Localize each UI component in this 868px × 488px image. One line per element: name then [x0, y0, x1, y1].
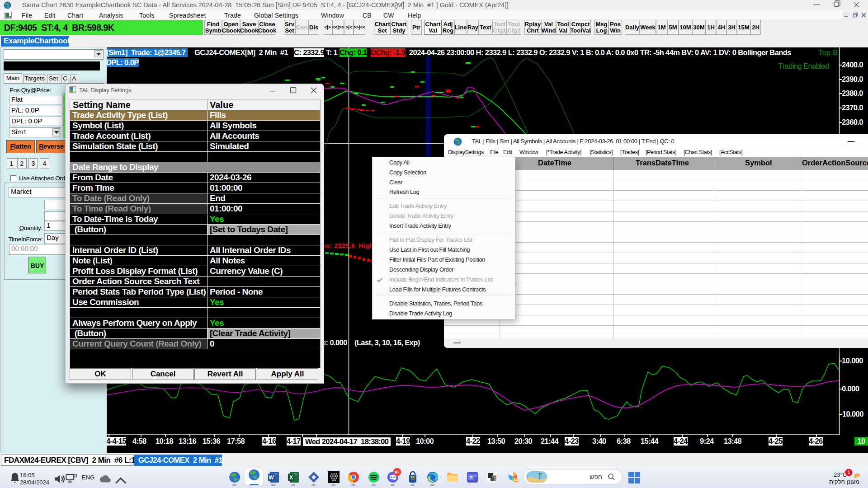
svg-text:9+: 9+: [395, 469, 400, 474]
svg-text:W: W: [269, 474, 274, 481]
svg-text:PRE: PRE: [514, 479, 519, 482]
svg-text:T: T: [470, 475, 472, 480]
svg-text:X: X: [289, 474, 293, 481]
svg-text:1: 1: [848, 470, 850, 475]
